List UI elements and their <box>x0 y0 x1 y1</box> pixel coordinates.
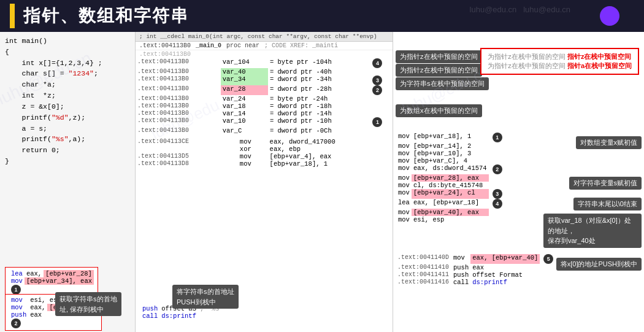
badge-3: 3 <box>372 75 382 85</box>
badge-r3: 3 <box>493 189 502 199</box>
badge-1-left: 1 <box>11 285 21 295</box>
proc-comment: ; int __cdecl main_0(int argc, const cha… <box>139 33 377 40</box>
ann-badge-3: 为指针z在栈中预留的空间 <box>396 64 482 77</box>
disasm-row: .text:004113B0 var_40 = dword ptr -40h <box>136 68 393 75</box>
asm-row: .text:00411416 call ds:printf <box>396 279 555 286</box>
content-grid: luhu@edu.cn int main() { int x[]={1,2,3,… <box>0 32 644 332</box>
disasm-row: .text:004113B0 var_28 = dword ptr -28h 2 <box>136 85 393 95</box>
ann-push: 将字符串s的首地址PUSH到栈中 <box>172 285 239 309</box>
asm-row: call ds:printf <box>140 312 225 320</box>
header: 指针、数组和字符串 luhu@edu.cn luhu@edu.cn <box>0 0 644 32</box>
badge-r1: 1 <box>493 133 502 142</box>
asm-row: lea eax, [ebp+var_28] <box>9 270 94 277</box>
red-text-2: 指针a在栈中预留空间 <box>567 62 632 69</box>
asm-row: mov [ebp+var_14], 2 <box>396 142 504 150</box>
asm-row: mov [ebp+var_C], 4 <box>396 157 504 164</box>
ann-left-1: 获取字符串s的首地址, 保存到栈中 <box>55 292 121 316</box>
asm-row: mov eax, ds:dword_41574 2 <box>396 164 504 174</box>
ann-r-badge-5: 将x[0]的地址PUSH到栈中 <box>556 258 642 271</box>
asm-row: lea eax, [ebp+var_18] 4 <box>396 199 504 209</box>
right-panel: 为指针z在栈中预留的空间 指针z在栈中预留空间 为指针z在栈中预留的空间 指针a… <box>393 32 644 332</box>
disasm-row: .text:004113B0 var_24 = byte ptr -24h <box>136 95 393 102</box>
badge-4: 4 <box>372 58 382 68</box>
disasm-row: .text:004113B0 var_104 = byte ptr -104h … <box>136 58 393 68</box>
disasm-row: .text:004113B0 var_10 = dword ptr -10h 1 <box>136 117 393 127</box>
ann-r-badge-3: 字符串末尾以\0结束 <box>573 198 642 210</box>
asm-row: .text:00411411 push offset Format <box>396 271 555 279</box>
asm-row: mov esi, esp <box>396 216 504 223</box>
asm-row: .text:00411410 push eax <box>396 264 555 271</box>
ann-badge-2: 为字符串s在栈中预留的空间 <box>396 77 489 90</box>
ann-r-badge-2: 对字符串变量s赋初值 <box>569 177 642 190</box>
asm-row: mov [ebp+var_18], 1 1 <box>396 133 504 142</box>
red-text-1: 指针z在栈中预留空间 <box>567 53 632 60</box>
header-circle-decoration <box>600 6 619 26</box>
asm-row: mov [ebp+var_34], eax <box>9 277 94 285</box>
disasm-row: .text:004113B0 var_C = dword ptr -0Ch <box>136 127 393 134</box>
badge-2: 2 <box>372 85 382 95</box>
disasm-row: .text:004113B0 var_34 = dword ptr -34h 3 <box>136 75 393 85</box>
badge-r5: 5 <box>543 254 553 264</box>
source-code-panel: luhu@edu.cn int main() { int x[]={1,2,3,… <box>0 32 135 332</box>
line-int-main: int main() <box>5 37 47 45</box>
header-watermark: luhu@edu.cn luhu@edu.cn <box>470 5 570 14</box>
source-code: int main() { int x[]={1,2,3,4} ; char s[… <box>0 32 135 171</box>
ann-badge-4: 为指针z在栈中预留的空间 <box>396 50 482 63</box>
disasm-header: ; int __cdecl main_0(int argc, const cha… <box>136 32 393 42</box>
disasm-blank: .text:004113B0 <box>136 50 393 58</box>
page-title: 指针、数组和字符串 <box>23 4 189 28</box>
badge-2-left: 2 <box>11 318 21 328</box>
asm-row: mov [ebp+var_10], 3 <box>396 150 504 157</box>
disasm-lower-table: .text:004113CE mov eax, dword_417000 xor… <box>136 138 393 168</box>
disasm-panel: ; int __cdecl main_0(int argc, const cha… <box>135 32 393 332</box>
disasm-row: .text:004113B0 var_18 = dword ptr -18h <box>136 102 393 110</box>
left-asm-table: lea eax, [ebp+var_28] mov [ebp+var_34], … <box>9 270 94 285</box>
asm-row: mov [ebp+var_40], eax <box>396 209 504 216</box>
ann-r-badge-1: 对数组变量x赋初值 <box>576 136 642 149</box>
badge-r2: 2 <box>493 164 502 174</box>
disasm-row: .text:004113D8 mov [ebp+var_18], 1 <box>136 160 393 168</box>
asm-row: mov cl, ds:byte_415748 <box>396 182 504 189</box>
disasm-row: .text:004113D5 mov [ebp+var_4], eax <box>136 153 393 160</box>
badge-1: 1 <box>372 117 382 127</box>
disasm-row: .text:004113CE mov eax, dword_417000 <box>136 138 393 145</box>
asm-row: mov [ebp+var_28], eax <box>396 174 504 182</box>
right-asm-lower: .text:0041140D mov eax, [ebp+var_40] 5 .… <box>396 254 555 286</box>
red-border-box: 为指针z在栈中预留的空间 指针z在栈中预留空间 为指针z在栈中预留的空间 指针a… <box>480 48 639 75</box>
badge-r4: 4 <box>493 199 502 209</box>
disasm-main-table: .text:004113B0 var_104 = byte ptr -104h … <box>136 58 393 134</box>
asm-row: mov [ebp+var_24], cl 3 <box>396 189 504 199</box>
disasm-row: xor eax, ebp <box>136 145 393 153</box>
ann-badge-1: 为数组x在栈中预留的空间 <box>396 104 482 117</box>
proc-label-row: .text:004113B0 _main_0 proc near ; CODE … <box>136 42 393 50</box>
ann-r-badge-4: 获取var_18（对应&x[0]）处的地址，保存到var_40处 <box>543 214 642 248</box>
header-accent <box>10 4 15 28</box>
disasm-row: .text:004113B0 var_14 = dword ptr -14h <box>136 110 393 117</box>
asm-row: .text:0041140D mov eax, [ebp+var_40] 5 <box>396 254 555 264</box>
